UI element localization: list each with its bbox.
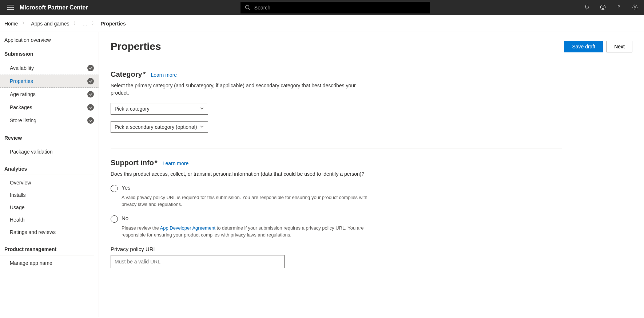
sidebar-item-overview[interactable]: Overview — [0, 176, 99, 189]
checkmark-icon — [87, 65, 94, 71]
sidebar-item-label: Availability — [10, 65, 34, 71]
privacy-url-label: Privacy policy URL — [111, 246, 562, 252]
required-star: * — [143, 70, 146, 78]
dropdown-value: Pick a secondary category (optional) — [115, 124, 197, 130]
brand-title: Microsoft Partner Center — [20, 4, 88, 11]
feedback-icon[interactable] — [598, 3, 608, 13]
radio-no-help: Please review the App Developer Agreemen… — [122, 225, 369, 239]
breadcrumb-apps[interactable]: Apps and games — [31, 21, 69, 27]
hamburger-icon[interactable] — [4, 2, 17, 14]
sidebar-item-availability[interactable]: Availability — [0, 61, 99, 75]
sidebar-heading-submission: Submission — [0, 47, 94, 60]
breadcrumb-hidden: … — [82, 21, 87, 27]
category-learn-more-link[interactable]: Learn more — [151, 72, 177, 78]
sidebar-item-label: Health — [10, 217, 24, 223]
sidebar-item-store-listing[interactable]: Store listing — [0, 114, 99, 127]
help-icon[interactable] — [614, 3, 624, 13]
radio-no-label: No — [122, 215, 128, 221]
sidebar-item-label: Manage app name — [10, 260, 52, 266]
privacy-url-input[interactable] — [111, 255, 285, 268]
sidebar-item-health[interactable]: Health — [0, 214, 99, 226]
sidebar-item-label: Properties — [10, 78, 33, 84]
sidebar-item-properties[interactable]: Properties — [0, 75, 99, 88]
radio-yes[interactable] — [111, 185, 118, 192]
svg-point-8 — [619, 8, 619, 9]
chevron-down-icon — [200, 124, 204, 130]
top-header: Microsoft Partner Center — [0, 0, 644, 15]
sidebar-heading-analytics: Analytics — [0, 162, 94, 175]
sidebar-item-manage-app-name[interactable]: Manage app name — [0, 257, 99, 269]
secondary-category-dropdown[interactable]: Pick a secondary category (optional) — [111, 121, 208, 133]
sidebar-heading-review: Review — [0, 131, 94, 144]
header-icons — [582, 3, 640, 13]
sidebar-item-ratings-reviews[interactable]: Ratings and reviews — [0, 226, 99, 238]
search-icon — [245, 5, 251, 12]
notifications-icon[interactable] — [582, 3, 592, 13]
svg-point-3 — [245, 5, 249, 9]
search-input[interactable] — [240, 2, 430, 13]
search-wrap — [240, 2, 430, 13]
support-question: Does this product access, collect, or tr… — [111, 171, 365, 178]
dropdown-value: Pick a category — [115, 106, 150, 112]
chevron-right-icon: 〉 — [22, 20, 27, 27]
required-star: * — [155, 159, 158, 167]
radio-no[interactable] — [111, 215, 118, 223]
chevron-right-icon: 〉 — [73, 20, 78, 27]
sidebar-item-label: Overview — [10, 180, 31, 186]
sidebar-item-label: Store listing — [10, 118, 36, 123]
category-heading: Category* — [111, 70, 146, 79]
checkmark-icon — [87, 117, 94, 124]
svg-point-9 — [634, 6, 636, 8]
radio-yes-help: A valid privacy policy URL is required f… — [122, 194, 369, 208]
sidebar: Application overview Submission Availabi… — [0, 32, 99, 317]
category-section: Category* Learn more Select the primary … — [111, 60, 562, 148]
sidebar-item-packages[interactable]: Packages — [0, 101, 99, 114]
sidebar-item-package-validation[interactable]: Package validation — [0, 146, 99, 158]
support-heading: Support info* — [111, 159, 158, 167]
no-help-prefix: Please review the — [122, 225, 160, 231]
sidebar-item-age-ratings[interactable]: Age ratings — [0, 88, 99, 101]
radio-yes-label: Yes — [122, 184, 130, 191]
sidebar-item-label: Age ratings — [10, 91, 36, 97]
category-description: Select the primary category (and subcate… — [111, 82, 365, 96]
app-developer-agreement-link[interactable]: App Developer Agreement — [160, 225, 215, 231]
main-content: Properties Save draft Next Category* Lea… — [99, 32, 644, 317]
save-draft-button[interactable]: Save draft — [564, 41, 603, 52]
svg-point-5 — [600, 5, 605, 10]
page-title: Properties — [111, 41, 161, 52]
support-learn-more-link[interactable]: Learn more — [163, 160, 189, 166]
sidebar-item-label: Package validation — [10, 149, 53, 155]
sidebar-app-overview[interactable]: Application overview — [4, 37, 51, 43]
sidebar-item-label: Installs — [10, 192, 26, 198]
category-heading-text: Category — [111, 70, 142, 78]
breadcrumb-current: Properties — [100, 21, 126, 27]
next-button[interactable]: Next — [607, 41, 632, 52]
support-info-section: Support info* Learn more Does this produ… — [111, 148, 562, 277]
breadcrumb-home[interactable]: Home — [4, 21, 18, 27]
sidebar-item-label: Packages — [10, 104, 32, 110]
checkmark-icon — [87, 91, 94, 98]
sidebar-heading-product-management: Product management — [0, 243, 94, 255]
settings-icon[interactable] — [630, 3, 640, 13]
svg-point-7 — [604, 6, 604, 7]
primary-category-dropdown[interactable]: Pick a category — [111, 103, 208, 115]
sidebar-item-usage[interactable]: Usage — [0, 201, 99, 214]
sidebar-item-label: Ratings and reviews — [10, 229, 56, 235]
sidebar-item-label: Usage — [10, 204, 24, 210]
svg-point-6 — [602, 6, 603, 7]
checkmark-icon — [87, 78, 94, 84]
support-heading-text: Support info — [111, 159, 154, 167]
chevron-down-icon — [200, 106, 204, 112]
chevron-right-icon: 〉 — [92, 20, 96, 27]
breadcrumb: Home 〉 Apps and games 〉 … 〉 Properties — [0, 15, 644, 32]
sidebar-item-installs[interactable]: Installs — [0, 189, 99, 201]
svg-line-4 — [249, 9, 250, 11]
checkmark-icon — [87, 104, 94, 111]
